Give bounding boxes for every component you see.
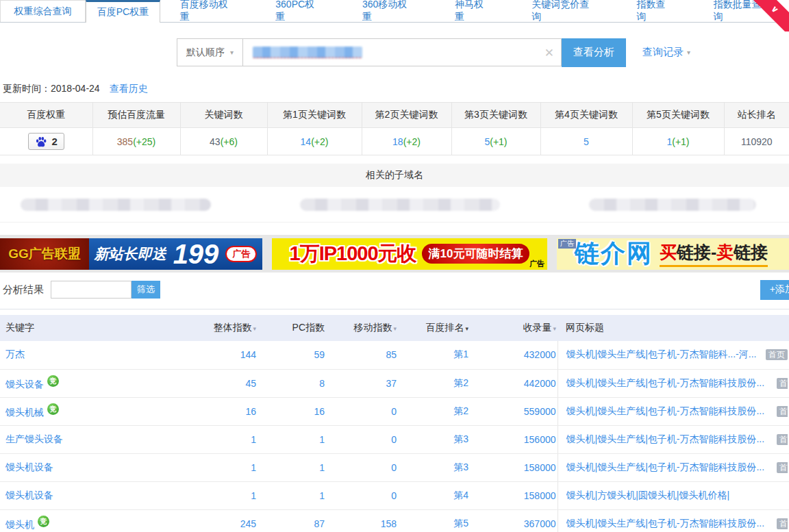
tab-baidu-mobile-weight[interactable]: 百度移动权重 [160,0,255,22]
keyword-link[interactable]: 馒头机设备 [5,461,53,472]
keyword-link[interactable]: 馒头机 [5,519,34,530]
view-history-link[interactable]: 查看历史 [110,83,148,95]
redacted-subdomain-link[interactable] [300,199,500,211]
page-title-link[interactable]: 馒头机|馒头生产线|包子机-万杰智能科技股份... [566,377,765,390]
query-input[interactable]: ✕ [243,38,562,66]
ad-offer-text: 新站长即送 [95,244,166,264]
page-title-link[interactable]: 馒头机|馒头生产线|包子机-万杰智能科技股份... [566,461,765,474]
ad-tag: 广告 [558,239,576,249]
ad-tag: 广告 [225,246,257,262]
homepage-badge: 首页 [766,349,788,360]
page-title-link[interactable]: 馒头机|馒头生产线|包子机-万杰智能科技股份... [566,433,765,446]
ad-links-text: 买链接-卖链接 [660,241,768,267]
stats-header: 关键词数 [180,103,267,128]
redacted-subdomain-link[interactable] [589,199,756,211]
tab-index-query[interactable]: 指数查询 [616,0,693,22]
homepage-badge: 首页 [777,518,788,529]
sort-order-label: 默认顺序 [186,47,225,59]
keyword-link[interactable]: 生产馒头设备 [5,433,63,444]
sort-order-select[interactable]: 默认顺序 ▾ [177,38,243,66]
query-records-link[interactable]: 查询记录 ▾ [642,46,690,59]
sort-caret-icon: ▾ [553,325,556,332]
baidu-paw-icon [35,136,47,147]
tab-index-batch-query[interactable]: 指数批量查询 [694,0,789,22]
analysis-filter-row: 分析结果 筛选 +添加 [0,279,789,300]
col-header-page-title: 网页标题 [558,315,789,341]
add-button[interactable]: +添加 [760,280,789,300]
redacted-subdomain-link[interactable] [21,199,211,211]
weight-stats-table: 百度权重 预估百度流量 关键词数 第1页关键词数 第2页关键词数 第3页关键词数… [0,102,789,155]
keyword-count: 43 [210,136,221,147]
ad-tag: 广告 [529,259,544,269]
homepage-badge: 首页 [777,462,788,473]
bidding-badge-icon: 竞 [47,403,59,415]
stats-header: 预估百度流量 [92,103,180,128]
subdomains-section: 相关的子域名 [0,164,789,223]
tab-360-pc-weight[interactable]: 360PC权重 [255,0,342,22]
page-title-link[interactable]: 馒头机|方馒头机|圆馒头机|馒头机价格| [566,490,730,502]
keyword-link[interactable]: 馒头设备 [5,379,44,390]
baidu-weight-value: 2 [52,136,58,147]
stats-header: 第5页关键词数 [632,103,724,128]
filter-button[interactable]: 筛选 [132,281,160,299]
stats-header: 第2页关键词数 [362,103,451,128]
stats-header: 第1页关键词数 [267,103,362,128]
filter-input[interactable] [51,281,132,299]
page4-keywords[interactable]: 5 [584,136,589,147]
keyword-count-delta: (+6) [221,136,238,147]
page1-keywords[interactable]: 14 [301,136,312,147]
tab-baidu-pc-weight[interactable]: 百度PC权重 [86,0,160,23]
tab-shenma-weight[interactable]: 神马权重 [435,0,512,22]
stats-header: 百度权重 [0,103,92,128]
redacted-query-text [253,47,362,58]
table-row: 馒头机设备 1 1 0 第3 158000 馒头机|馒头生产线|包子机-万杰智能… [0,453,789,481]
webmaster-rank: 110920 [741,136,773,147]
tab-label: 权重综合查询 [14,5,72,18]
ad-strip: GG广告联盟 新站长即送 199 广告 1万IP1000元收 满10元可随时结算… [0,235,789,273]
traffic-value: 385 [117,136,133,147]
baidu-weight-badge[interactable]: 2 [28,133,64,150]
stats-header: 第3页关键词数 [451,103,540,128]
traffic-delta: (+25) [133,136,155,147]
update-time-row: 更新时间：2018-04-24 查看历史 [3,83,789,95]
col-header-overall-index[interactable]: 整体指数▾ [205,315,258,341]
update-time-label: 更新时间：2018-04-24 [3,83,100,95]
ad-main-text: 1万IP1000元收 [290,240,416,268]
ad-banner-link-market[interactable]: 广告 链介网 买链接-卖链接 [557,238,789,270]
analyze-button[interactable]: 查看分析 [562,38,626,67]
col-header-pc-index: PC指数 [258,315,326,341]
homepage-badge: 首页 [777,434,788,445]
table-row: 万杰 144 59 85 第1 432000 馒头机|馒头生产线|包子机-万杰智… [0,341,789,369]
ad-brand-text: 链介网 [575,238,653,270]
homepage-badge: 首页 [777,406,788,417]
table-row: 馒头设备竞 45 8 37 第2 442000 馒头机|馒头生产线|包子机-万杰… [0,369,789,397]
col-header-keyword: 关键字 [0,315,205,341]
ad-banner-ip-buyback[interactable]: 1万IP1000元收 满10元可随时结算 广告 [272,238,547,270]
ad-pill-text: 满10元可随时结算 [422,244,530,264]
col-header-mobile-index[interactable]: 移动指数▾ [326,315,398,341]
homepage-badge: 首页 [777,378,788,389]
bidding-badge-icon: 竞 [38,516,49,527]
tab-keyword-bidding[interactable]: 关键词竞价查询 [512,0,616,22]
page-title-link[interactable]: 馒头机|馒头生产线|包子机-万杰智能科技股份... [566,405,765,418]
clear-input-icon[interactable]: ✕ [544,46,554,60]
keyword-link[interactable]: 万杰 [5,349,25,359]
page-title-link[interactable]: 馒头机|馒头生产线|包子机-万杰智能科...-河... [566,349,757,361]
keyword-link[interactable]: 馒头机械 [5,407,44,418]
col-header-baidu-rank[interactable]: 百度排名▾ [398,315,470,341]
keyword-table-header-row: 关键字 整体指数▾ PC指数 移动指数▾ 百度排名▾ 收录量▾ 网页标题 [0,315,789,341]
col-header-collected[interactable]: 收录量▾ [470,315,558,341]
page2-keywords[interactable]: 18 [392,136,403,147]
subdomains-list [0,187,789,223]
subdomains-header: 相关的子域名 [0,164,789,187]
page-title-link[interactable]: 馒头机|馒头生产线|包子机-万杰智能科技股份... [566,518,765,530]
keyword-link[interactable]: 馒头机设备 [5,490,53,501]
table-row: 馒头机竞 245 87 158 第5 367000 馒头机|馒头生产线|包子机-… [0,509,789,532]
tab-360-mobile-weight[interactable]: 360移动权重 [342,0,435,22]
table-row: 馒头机设备 1 1 0 第4 158000 馒头机|方馒头机|圆馒头机|馒头机价… [0,481,789,509]
ad-banner-gg-alliance[interactable]: GG广告联盟 新站长即送 199 广告 [0,238,262,270]
chevron-down-icon: ▾ [230,49,234,56]
tab-weight-overview[interactable]: 权重综合查询 [0,0,86,22]
divider [0,309,789,309]
top-tab-bar: 权重综合查询 百度PC权重 百度移动权重 360PC权重 360移动权重 神马权… [0,0,789,23]
